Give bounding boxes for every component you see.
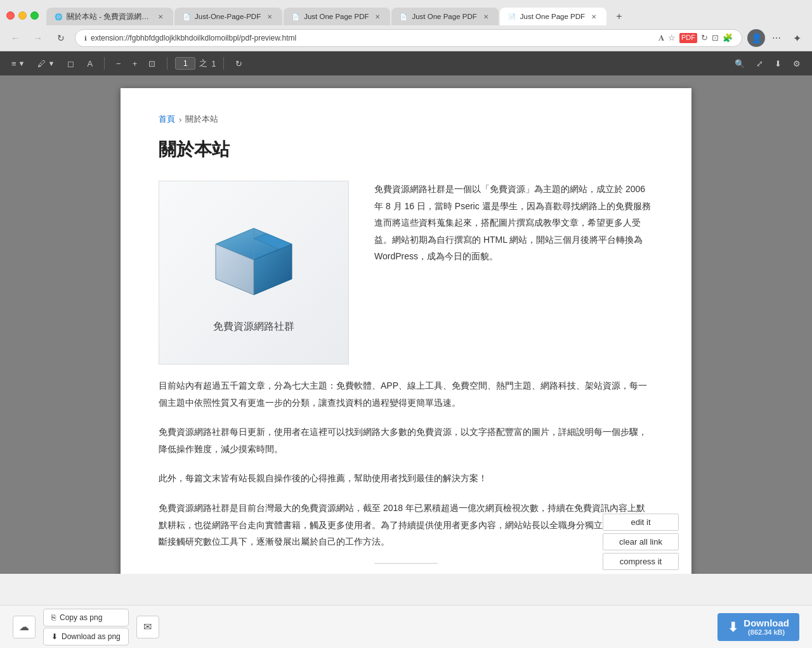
edit-it-button[interactable]: edit it	[603, 514, 679, 531]
clear-all-link-button[interactable]: clear all link	[603, 533, 679, 550]
reload-button[interactable]: ↻	[52, 29, 70, 47]
page-divider	[374, 563, 438, 564]
url-bar[interactable]: ℹ extension://fgbhbfdgdlojklkbhdoilkdlom…	[75, 29, 742, 47]
profile-button[interactable]: 👤	[747, 29, 765, 47]
maximize-window-button[interactable]	[30, 11, 39, 20]
tab-favicon-5: 📄	[508, 12, 516, 21]
page-title: 關於本站	[159, 138, 653, 162]
extension-icon[interactable]: 🧩	[723, 33, 733, 43]
tab-favicon-1: 🌐	[54, 12, 63, 21]
address-bar: ← → ↻ ℹ extension://fgbhbfdgdlojklkbhdoi…	[0, 25, 812, 51]
bottom-bar: ☁ ⎘ Copy as png ⬇ Download as png ✉ ⬇ Do…	[0, 605, 812, 648]
cloud-icon-button[interactable]: ☁	[13, 616, 36, 638]
zoom-out-button[interactable]: −	[112, 57, 125, 70]
tab-close-2[interactable]: ✕	[265, 11, 275, 22]
browser-tab-1[interactable]: 🌐 關於本站 - 免費資源網路... ✕	[46, 8, 173, 25]
pdf-toolbar: ≡ ▼ 🖊 ▼ ◻ A − + ⊡ 之 1 ↻ 🔍 ⤢ ⬇ ⚙	[0, 51, 812, 75]
annotation-label: ▼	[18, 60, 25, 67]
bookmark-icon[interactable]: ☆	[668, 33, 676, 43]
eraser-icon: ◻	[67, 59, 74, 68]
text-tool-button[interactable]: A	[83, 57, 96, 70]
title-bar: 🌐 關於本站 - 免費資源網路... ✕ 📄 Just-One-Page-PDF…	[0, 0, 812, 25]
download-main-button[interactable]: ⬇ Download (862.34 kB)	[717, 613, 799, 641]
download-size: (862.34 kB)	[743, 628, 789, 636]
cloud-icon: ☁	[19, 621, 29, 633]
zoom-in-button[interactable]: +	[129, 57, 141, 70]
paragraph-3: 免費資源網路社群每日更新，使用者在這裡可以找到網路大多數的免費資源，以文字搭配豐…	[159, 424, 653, 457]
rotate-button[interactable]: ↻	[232, 57, 246, 70]
browser-toolbar-right: 👤 ⋯ ✦	[747, 29, 806, 47]
browser-tab-5[interactable]: 📄 Just One Page PDF ✕	[500, 8, 606, 25]
close-window-button[interactable]	[6, 11, 15, 20]
copilot-button[interactable]: ✦	[788, 29, 806, 47]
highlight-tool-button[interactable]: 🖊 ▼	[34, 57, 58, 70]
text-content: 免費資源網路社群是一個以「免費資源」為主題的網站，成立於 2006 年 8 月 …	[374, 181, 653, 365]
tab-title-3: Just One Page PDF	[304, 13, 369, 20]
tab-close-4[interactable]: ✕	[481, 11, 491, 22]
pdf-toolbar-right: 🔍 ⤢ ⬇ ⚙	[731, 57, 804, 70]
bottom-right: ⬇ Download (862.34 kB)	[717, 613, 799, 641]
toolbar-divider-3	[223, 57, 224, 70]
page-separator: 之	[199, 58, 207, 69]
page-number-input[interactable]	[175, 57, 195, 70]
tab-title-2: Just-One-Page-PDF	[195, 13, 261, 20]
toolbar-divider-2	[167, 57, 167, 70]
search-icon: 🔍	[735, 59, 745, 68]
traffic-lights	[6, 11, 39, 20]
paragraph-4: 此外，每篇文末皆有站長親自操作後的心得推薦，幫助使用者找到最佳的解決方案！	[159, 470, 653, 487]
new-tab-button[interactable]: +	[610, 8, 628, 25]
toolbar-divider-1	[104, 57, 105, 70]
eraser-tool-button[interactable]: ◻	[63, 57, 78, 70]
tab-favicon-4: 📄	[399, 12, 408, 21]
action-buttons-panel: edit it clear all link compress it	[603, 514, 679, 570]
download-label-group: Download (862.34 kB)	[743, 618, 789, 636]
copy-as-png-button[interactable]: ⎘ Copy as png	[43, 609, 129, 626]
logo-text: 免費資源網路社群	[213, 320, 294, 334]
forward-button[interactable]: →	[29, 29, 47, 47]
main-content-section: 免費資源網路社群 免費資源網路社群是一個以「免費資源」為主題的網站，成立於 20…	[159, 181, 653, 365]
pdf-icon[interactable]: PDF	[679, 33, 697, 43]
email-icon-button[interactable]: ✉	[136, 616, 159, 638]
browser-chrome: 🌐 關於本站 - 免費資源網路... ✕ 📄 Just-One-Page-PDF…	[0, 0, 812, 51]
highlight-label: ▼	[48, 60, 55, 67]
pdf-settings-button[interactable]: ⚙	[789, 57, 804, 70]
pdf-fullscreen-button[interactable]: ⤢	[752, 57, 767, 70]
translate-icon[interactable]: 𝐀	[658, 33, 664, 43]
refresh-icon[interactable]: ↻	[701, 33, 708, 43]
browser-tab-4[interactable]: 📄 Just One Page PDF ✕	[391, 8, 498, 25]
breadcrumb-home[interactable]: 首頁	[159, 113, 175, 125]
browser-tab-3[interactable]: 📄 Just One Page PDF ✕	[284, 8, 390, 25]
pdf-download-button[interactable]: ⬇	[771, 57, 785, 70]
url-text: extension://fgbhbfdgdlojklkbhdoilkdlomoi…	[91, 34, 655, 42]
back-button[interactable]: ←	[6, 29, 24, 47]
tab-title-1: 關於本站 - 免費資源網路...	[67, 12, 152, 22]
pdf-page: 首頁 › 關於本站 關於本站	[121, 88, 691, 574]
tab-close-5[interactable]: ✕	[589, 11, 599, 22]
pdf-content-area[interactable]: 首頁 › 關於本站 關於本站	[0, 75, 812, 574]
png-buttons-group: ⎘ Copy as png ⬇ Download as png	[43, 609, 129, 645]
tabs-bar: 🌐 關於本站 - 免費資源網路... ✕ 📄 Just-One-Page-PDF…	[46, 8, 806, 25]
breadcrumb: 首頁 › 關於本站	[159, 113, 653, 125]
highlight-icon: 🖊	[37, 59, 46, 68]
download-main-label: Download	[743, 618, 789, 628]
pdf-search-button[interactable]: 🔍	[731, 57, 749, 70]
download-main-icon: ⬇	[728, 619, 738, 635]
browser-tab-2[interactable]: 📄 Just-One-Page-PDF ✕	[174, 8, 282, 25]
url-icons: 𝐀 ☆ PDF ↻ ⊡ 🧩	[658, 33, 733, 43]
lock-icon: ℹ	[84, 35, 87, 42]
minimize-window-button[interactable]	[18, 11, 27, 20]
annotation-tool-button[interactable]: ≡ ▼	[8, 57, 29, 70]
tab-title-4: Just One Page PDF	[412, 13, 476, 20]
cast-icon[interactable]: ⊡	[712, 33, 719, 43]
fit-page-button[interactable]: ⊡	[145, 57, 159, 70]
email-icon: ✉	[143, 621, 152, 633]
pdf-zoom-controls: − + ⊡	[112, 57, 159, 70]
download-as-png-label: Download as png	[62, 632, 121, 641]
tab-title-5: Just One Page PDF	[520, 13, 585, 20]
download-as-png-button[interactable]: ⬇ Download as png	[43, 628, 129, 645]
settings-icon: ⚙	[793, 59, 801, 68]
tab-close-3[interactable]: ✕	[372, 11, 383, 22]
tab-close-1[interactable]: ✕	[155, 11, 166, 22]
more-button[interactable]: ⋯	[768, 29, 785, 47]
compress-it-button[interactable]: compress it	[603, 553, 679, 570]
